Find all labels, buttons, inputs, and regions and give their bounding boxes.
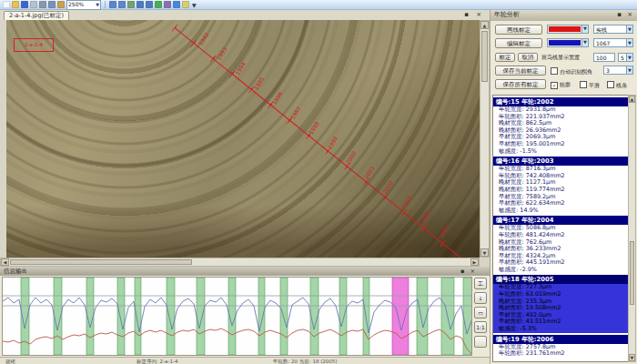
measure-icon[interactable] [155, 1, 162, 8]
scroll-down-icon[interactable]: ▼ [629, 354, 635, 361]
paste-icon[interactable] [57, 1, 65, 8]
ring-entry: 编号:15 年轮:2002年轮宽度: 2931.8μm年轮面积: 221.937… [493, 97, 628, 155]
ring-band[interactable] [258, 278, 265, 355]
mark-button[interactable]: 标定 [495, 53, 515, 62]
list-scroll-thumb[interactable] [630, 241, 634, 305]
status-item: 标定序列: 2-a-1-4 [136, 359, 177, 364]
save-icon[interactable] [21, 1, 28, 8]
line-checkbox[interactable]: 线条 [607, 81, 627, 89]
auto-corner-checkbox[interactable]: 自动识别拐角 [551, 67, 592, 76]
ring-band[interactable] [117, 278, 125, 355]
main-toolbar: 250%▼▼ [0, 0, 637, 10]
ring-year-label: 2004 [419, 209, 431, 225]
gray-value-chart [2, 277, 472, 356]
ring-band[interactable] [197, 278, 205, 355]
ring-band[interactable] [135, 278, 141, 355]
ring-band[interactable] [280, 278, 288, 355]
save-current-button[interactable]: 保存当前标定 [495, 66, 546, 76]
help-icon[interactable] [182, 1, 189, 8]
chevron-down-icon[interactable]: ▼ [96, 1, 99, 8]
ring-band[interactable] [363, 278, 369, 355]
zebra-spin-value: 5 [621, 55, 624, 61]
scroll-down-icon[interactable]: ▼ [480, 248, 489, 257]
chevron-down-icon[interactable]: ▼ [581, 25, 588, 33]
chevron-down-icon[interactable]: ▼ [626, 39, 632, 46]
zebra-width-value: 100 [596, 55, 606, 61]
checkbox-checked-icon[interactable]: ✓ [551, 82, 558, 89]
print-icon[interactable] [30, 1, 37, 8]
outline-checkbox[interactable]: ✓轮廓 [551, 81, 571, 89]
ring-entry-value: 敏感度: -1.5% [493, 148, 628, 156]
analysis-panel-title: 年轮分析 [490, 10, 637, 21]
document-window-buttons[interactable]: ▪ × [464, 11, 484, 18]
ring-year-label: 1994 [234, 61, 247, 76]
scroll-left-icon[interactable]: ◀ [1, 258, 9, 266]
ring-entry: 编号:18 年轮:2005年轮宽度: 727.3μm年轮面积: 63.019mm… [493, 275, 628, 332]
wood-sample-image[interactable]: 2-a-1-4 19921993199419951996199719981999… [6, 20, 480, 258]
list-scrollbar[interactable]: ▲ ▼ [628, 95, 636, 362]
save-all-button[interactable]: 保存所有标定 [495, 79, 546, 89]
scroll-up-icon[interactable]: ▲ [629, 96, 635, 103]
scroll-up-icon[interactable]: ▲ [480, 21, 489, 29]
draw-calibrate-button[interactable]: 画线标定 [495, 25, 542, 35]
line-style-select[interactable]: 实线▼ [593, 25, 633, 34]
ring-band[interactable] [167, 278, 175, 355]
checkbox-icon[interactable] [551, 67, 558, 75]
zoom-level-combo[interactable]: 250%▼ [66, 0, 101, 10]
ring-entry-value: 敏感度: -5.3% [493, 326, 628, 333]
selected-ring-band[interactable] [392, 278, 409, 355]
fit-height-button[interactable]: 工 [474, 278, 487, 289]
output-panel-pin-close[interactable]: ▪ × [460, 267, 477, 276]
open-icon[interactable] [12, 1, 19, 8]
auto-corner-input[interactable]: 3▼ [603, 66, 633, 75]
ring-band[interactable] [339, 278, 347, 355]
settings-icon[interactable] [164, 1, 171, 8]
zoom-out-icon[interactable] [118, 1, 126, 8]
actual-size-button[interactable]: 1:1 [474, 321, 487, 333]
auto-corner-label: 自动识别拐角 [560, 68, 592, 75]
threshold-select[interactable]: 1067▼ [593, 38, 633, 47]
smooth-checkbox[interactable]: 平滑 [580, 81, 600, 89]
pan-down-button[interactable]: ↓ [474, 292, 487, 304]
hscroll-thumb[interactable] [10, 259, 192, 265]
ring-year-label: 2002 [381, 179, 394, 195]
rotate-right-icon[interactable] [146, 1, 153, 8]
checkbox-icon[interactable] [580, 81, 587, 88]
ring-year-label: 2003 [400, 194, 413, 209]
chevron-down-icon[interactable]: ▼ [581, 39, 588, 46]
earlywood-color-swatch [549, 26, 581, 32]
new-icon[interactable] [3, 1, 10, 8]
earlywood-color-picker[interactable]: ▼ [547, 25, 589, 34]
ring-entry-value: 敏感度: -2.9% [493, 267, 628, 274]
analyze-icon[interactable] [173, 1, 180, 8]
ring-entry-value: 年轮面积: 231.761mm2 [493, 350, 628, 358]
status-item: 就绪 [5, 359, 15, 364]
spinner-icon[interactable]: ▼ [626, 66, 632, 74]
measurement-line[interactable]: 1992199319941995199619971998199920002001… [175, 27, 460, 258]
ring-year-label: 2005 [437, 224, 450, 239]
ring-entry-list: 编号:15 年轮:2002年轮宽度: 2931.8μm年轮面积: 221.937… [492, 95, 629, 362]
image-vscrollbar[interactable]: ▲ ▼ [480, 20, 490, 258]
zebra-width-input[interactable]: 100 [593, 53, 615, 62]
checkbox-icon[interactable] [607, 81, 614, 88]
spinner-icon[interactable]: ▼ [626, 54, 632, 61]
zoom-select-button[interactable]: ▭ [474, 307, 487, 318]
smooth-label: 平滑 [589, 82, 600, 88]
cancel-button[interactable]: 取消 [518, 53, 538, 62]
zebra-spin-input[interactable]: 5▼ [618, 53, 633, 62]
analysis-panel-pin-close[interactable]: ▪ × [617, 10, 634, 20]
scroll-right-icon[interactable]: ▶ [470, 258, 479, 266]
toolbar-overflow-dropdown[interactable]: ▼ [192, 2, 197, 8]
fit-window-icon[interactable] [127, 1, 135, 8]
edit-calibrate-button[interactable]: 编辑标定 [495, 38, 542, 48]
latewood-color-picker[interactable]: ▼ [547, 38, 589, 47]
cut-icon[interactable] [39, 1, 46, 8]
chevron-down-icon[interactable]: ▼ [626, 25, 632, 33]
image-hscrollbar[interactable]: ◀ ▶ [0, 258, 480, 267]
copy-icon[interactable] [48, 1, 56, 8]
blank-button[interactable] [474, 336, 487, 348]
vscroll-thumb[interactable] [481, 31, 488, 82]
status-item: 年轮数: 20 当前: 18 (2005) [273, 359, 338, 364]
zoom-in-icon[interactable] [109, 1, 116, 8]
rotate-left-icon[interactable] [136, 1, 144, 8]
